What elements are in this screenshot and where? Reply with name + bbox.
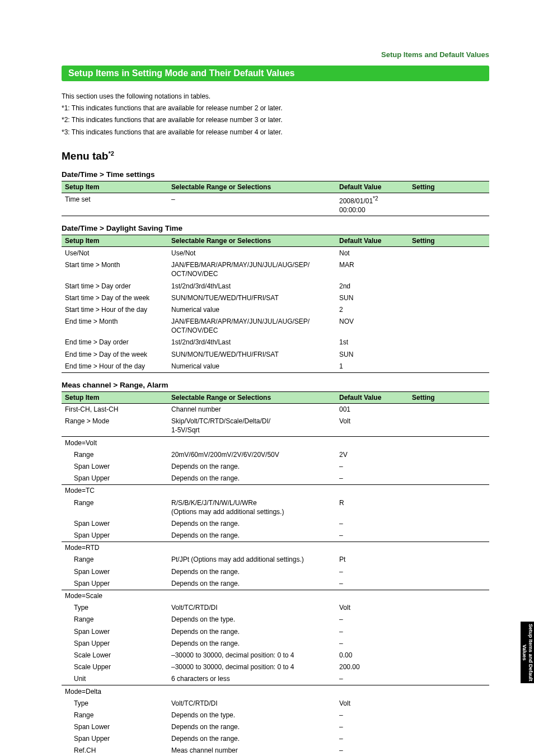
table-row: End time > Day order1st/2nd/3rd/4th/Last…: [62, 337, 489, 348]
meas-channel-table: Setup Item Selectable Range or Selection…: [62, 391, 489, 756]
table-row: Span UpperDepends on the range.–: [62, 473, 489, 485]
table-row: RangeDepends on the type.–: [62, 614, 489, 626]
table-row: Mode=Delta: [62, 685, 489, 698]
time-settings-table: Setup Item Selectable Range or Selection…: [62, 181, 489, 216]
table-row: Span UpperDepends on the range.–: [62, 637, 489, 649]
table-row: Start time > MonthJAN/FEB/MAR/APR/MAY/JU…: [62, 259, 489, 280]
table-row: Span UpperDepends on the range.–: [62, 530, 489, 542]
table-title: Meas channel > Range, Alarm: [62, 381, 489, 389]
table-row: Mode=Volt: [62, 437, 489, 449]
table-row: End time > Day of the weekSUN/MON/TUE/WE…: [62, 348, 489, 360]
table-row: Range20mV/60mV/200mV/2V/6V/20V/50V2V: [62, 449, 489, 460]
table-row: Span UpperDepends on the range.–: [62, 577, 489, 590]
intro-line: *3: This indicates functions that are av…: [62, 127, 489, 138]
table-row: RangeDepends on the type.–: [62, 709, 489, 721]
col-header: Selectable Range or Selections: [168, 235, 336, 247]
intro-line: *1: This indicates functions that are av…: [62, 103, 489, 114]
table-row: Unit6 characters or less–: [62, 673, 489, 685]
menu-heading-sup: *2: [108, 150, 114, 157]
section-title-bar: Setup Items in Setting Mode and Their De…: [62, 66, 489, 81]
table-row: End time > Hour of the dayNumerical valu…: [62, 360, 489, 372]
table-row: First-CH, Last-CHChannel number001: [62, 403, 489, 416]
col-header: Default Value: [336, 391, 409, 403]
table-row: Span LowerDepends on the range.–: [62, 460, 489, 472]
col-header: Setting: [409, 235, 489, 247]
table-row: TypeVolt/TC/RTD/DIVolt: [62, 697, 489, 709]
table-row: Ref.CHMeas channel number–: [62, 745, 489, 756]
table-row: Scale Lower–30000 to 30000, decimal posi…: [62, 649, 489, 661]
cell-item: Time set: [62, 193, 168, 216]
table-row: Span LowerDepends on the range.–: [62, 566, 489, 577]
doc-section-header: Setup Items and Default Values: [62, 50, 489, 59]
table-title: Date/Time > Time settings: [62, 170, 489, 179]
table-row: TypeVolt/TC/RTD/DIVolt: [62, 602, 489, 614]
table-row: Start time > Hour of the dayNumerical va…: [62, 304, 489, 315]
menu-heading-text: Menu tab: [62, 150, 108, 162]
table-row: End time > MonthJAN/FEB/MAR/APR/MAY/JUN/…: [62, 316, 489, 337]
menu-heading: Menu tab*2: [62, 150, 489, 162]
table-row: Span LowerDepends on the range.–: [62, 517, 489, 529]
table-row: Time set – 2008/01/01*200:00:00: [62, 193, 489, 216]
table-row: Start time > Day of the weekSUN/MON/TUE/…: [62, 292, 489, 304]
intro-block: This section uses the following notation…: [62, 91, 489, 138]
cell-def: 2008/01/01*200:00:00: [336, 193, 409, 216]
table-row: Span UpperDepends on the range.–: [62, 733, 489, 745]
col-header: Setup Item: [62, 181, 168, 193]
table-row: RangeR/S/B/K/E/J/T/N/W/L/U/WRe(Options m…: [62, 497, 489, 517]
table-row: Span LowerDepends on the range.–: [62, 721, 489, 733]
cell-sel: –: [168, 193, 336, 216]
table-row: Range > ModeSkip/Volt/TC/RTD/Scale/Delta…: [62, 416, 489, 437]
col-header: Setting: [409, 181, 489, 193]
table-row: Start time > Day order1st/2nd/3rd/4th/La…: [62, 280, 489, 292]
table-row: Mode=Scale: [62, 590, 489, 602]
table-row: Mode=RTD: [62, 542, 489, 554]
table-row: RangePt/JPt (Options may add additional …: [62, 554, 489, 566]
side-tab: Setup Items and Default Values: [521, 622, 534, 683]
table-title: Date/Time > Daylight Saving Time: [62, 224, 489, 232]
col-header: Selectable Range or Selections: [168, 181, 336, 193]
col-header: Selectable Range or Selections: [168, 391, 336, 403]
col-header: Setting: [409, 391, 489, 403]
col-header: Default Value: [336, 235, 409, 247]
table-row: Use/NotUse/NotNot: [62, 247, 489, 259]
col-header: Setup Item: [62, 235, 168, 247]
table-row: Span LowerDepends on the range.–: [62, 626, 489, 637]
intro-line: *2: This indicates functions that are av…: [62, 115, 489, 125]
col-header: Setup Item: [62, 391, 168, 403]
dst-table: Setup Item Selectable Range or Selection…: [62, 235, 489, 372]
table-row: Mode=TC: [62, 484, 489, 497]
intro-line: This section uses the following notation…: [62, 91, 489, 102]
col-header: Default Value: [336, 181, 409, 193]
table-row: Scale Upper–30000 to 30000, decimal posi…: [62, 661, 489, 673]
